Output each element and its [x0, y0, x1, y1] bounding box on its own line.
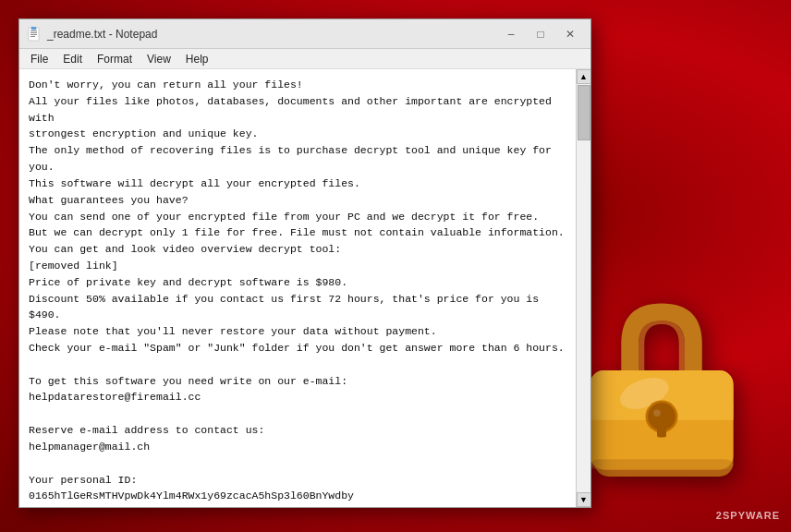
- watermark-text: 2SPYWARE: [716, 510, 780, 521]
- text-content[interactable]: Don't worry, you can return all your fil…: [19, 69, 576, 507]
- menu-edit[interactable]: Edit: [55, 51, 90, 67]
- scroll-track[interactable]: [577, 84, 590, 492]
- notepad-window: _readme.txt - Notepad – □ ✕ File Edit Fo…: [18, 18, 591, 508]
- minimize-button[interactable]: –: [498, 25, 524, 43]
- svg-rect-13: [657, 419, 666, 438]
- menu-view[interactable]: View: [140, 51, 178, 67]
- scroll-thumb[interactable]: [578, 85, 590, 140]
- svg-rect-1: [30, 30, 37, 31]
- lock-icon: [578, 292, 745, 477]
- watermark: 2SPYWARE: [716, 510, 780, 521]
- menu-file[interactable]: File: [23, 51, 55, 67]
- menu-bar: File Edit Format View Help: [19, 49, 590, 69]
- title-bar-controls: – □ ✕: [498, 25, 583, 43]
- svg-rect-5: [31, 27, 36, 30]
- svg-point-14: [653, 410, 661, 417]
- menu-help[interactable]: Help: [178, 51, 216, 67]
- svg-rect-15: [590, 459, 734, 469]
- notepad-icon: [27, 27, 42, 42]
- title-bar: _readme.txt - Notepad – □ ✕: [19, 19, 590, 49]
- maximize-button[interactable]: □: [528, 25, 554, 43]
- menu-format[interactable]: Format: [90, 51, 140, 67]
- scroll-up-arrow[interactable]: ▲: [577, 69, 591, 84]
- scrollbar[interactable]: ▲ ▼: [576, 69, 590, 507]
- close-button[interactable]: ✕: [557, 25, 583, 43]
- svg-rect-4: [30, 36, 35, 37]
- svg-rect-2: [30, 32, 37, 33]
- scroll-down-arrow[interactable]: ▼: [577, 492, 591, 507]
- lock-icon-container: [578, 292, 763, 495]
- svg-rect-3: [30, 34, 37, 35]
- window-title: _readme.txt - Notepad: [47, 28, 498, 41]
- content-area: Don't worry, you can return all your fil…: [19, 69, 590, 507]
